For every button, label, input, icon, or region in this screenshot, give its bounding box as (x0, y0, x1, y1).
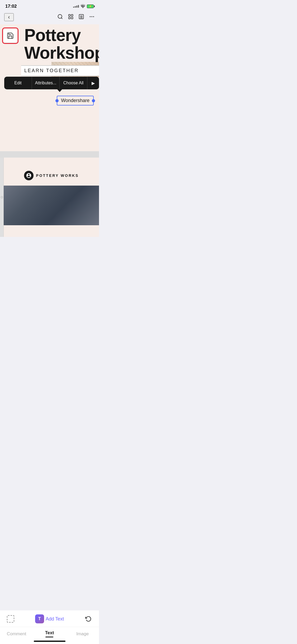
context-menu: Edit Attributes... Choose All ▶ (4, 77, 99, 89)
battery-icon: ⚡ (87, 4, 94, 8)
canvas-divider (0, 151, 99, 158)
save-button-wrapper (2, 27, 18, 44)
grid-icon[interactable] (68, 14, 74, 21)
menu-attributes[interactable]: Attributes... (32, 77, 60, 89)
workshop-title: PotteryWorkshop (21, 24, 99, 62)
wondershare-text: Wondershare (61, 98, 89, 103)
canvas-area-1: PotteryWorkshop LEARN TOGETHER Edit Attr… (0, 24, 99, 151)
status-time: 17:02 (5, 4, 17, 9)
pottery-brand: POTTERY WORKS (0, 158, 99, 186)
text-handle-right[interactable] (92, 99, 95, 102)
back-button[interactable]: ‹ (4, 13, 14, 21)
brand-logo (24, 171, 34, 180)
svg-rect-5 (71, 17, 73, 19)
wifi-icon (81, 4, 85, 9)
top-nav: ‹ (0, 11, 99, 24)
svg-point-10 (90, 16, 91, 17)
more-icon[interactable] (89, 14, 95, 21)
pottery-image (4, 186, 99, 225)
status-icons: ⚡ (73, 4, 94, 9)
text-handle-left[interactable] (55, 99, 59, 102)
list-icon[interactable] (78, 14, 84, 21)
tooltip-arrow (57, 89, 62, 92)
menu-choose-all[interactable]: Choose All (60, 77, 87, 89)
svg-point-0 (58, 14, 62, 18)
context-menu-bar: Edit Attributes... Choose All ▶ (4, 77, 99, 89)
svg-rect-3 (71, 14, 73, 16)
brand-name: POTTERY WORKS (36, 173, 79, 178)
menu-edit[interactable]: Edit (4, 77, 32, 89)
left-strip-dot (1, 196, 3, 198)
search-icon[interactable] (57, 14, 63, 21)
status-bar: 17:02 ⚡ (0, 0, 99, 11)
menu-more-arrow[interactable]: ▶ (87, 77, 99, 89)
workshop-header: PotteryWorkshop (21, 24, 99, 62)
learn-together-bar: LEARN TOGETHER (21, 65, 99, 76)
pottery-image-inner (4, 186, 99, 225)
svg-point-11 (91, 16, 92, 17)
wondershare-textbox[interactable]: Wondershare (57, 96, 94, 105)
svg-line-1 (61, 18, 62, 19)
left-strip (0, 158, 4, 237)
learn-together-text: LEARN TOGETHER (24, 68, 79, 73)
svg-point-12 (93, 16, 94, 17)
signal-icon (73, 5, 79, 8)
canvas-area-2: POTTERY WORKS (0, 158, 99, 237)
svg-rect-2 (69, 14, 70, 16)
nav-icons (57, 14, 95, 21)
save-button[interactable] (3, 29, 17, 43)
svg-rect-4 (69, 17, 70, 19)
